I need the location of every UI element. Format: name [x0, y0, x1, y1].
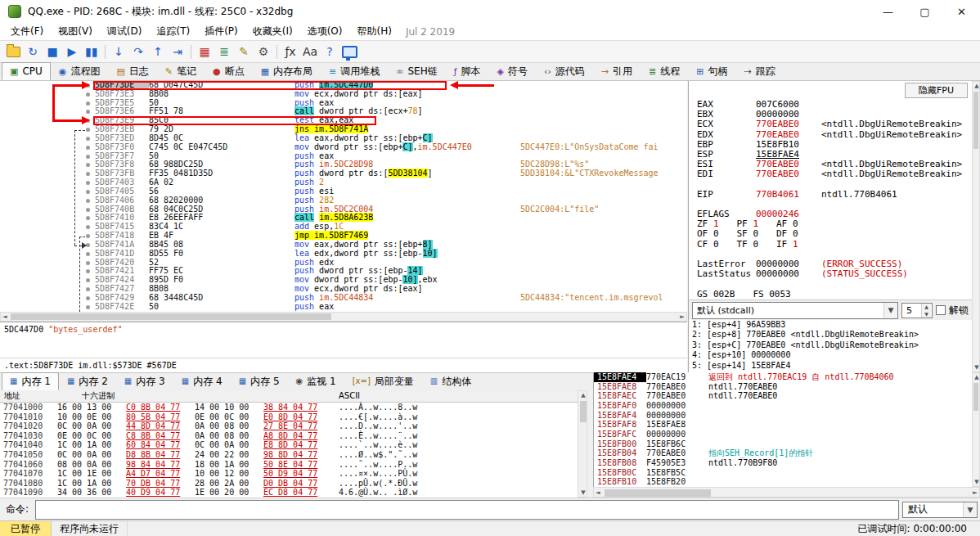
register-row[interactable]: EDI770EABE0<ntdll.DbgUiRemoteBreakin> — [689, 169, 972, 179]
breakpoint-dot-icon[interactable] — [86, 101, 90, 106]
help-icon[interactable]: ? — [320, 43, 339, 61]
stack-row[interactable]: 15E8FAF000000000 — [594, 401, 972, 411]
stack-row[interactable]: 15E8FB1015E8FB20 — [594, 477, 972, 487]
stack-row[interactable]: 15E8FB08F45905E3ntdll.770B9F80 — [594, 458, 972, 468]
tab-跟踪[interactable]: ⇢跟踪 — [736, 62, 784, 80]
register-row[interactable]: ECX770EABE0<ntdll.DbgUiRemoteBreakin> — [689, 119, 972, 129]
stack-row[interactable]: 15E8FB0015E8FB6C — [594, 439, 972, 449]
tab-符号[interactable]: ◈符号 — [489, 62, 536, 80]
patches-icon[interactable]: ▦ — [195, 43, 214, 61]
dump-row[interactable]: 770410300E 00 0C 00C8 8B 04 770A 00 08 0… — [0, 431, 578, 441]
menu-item[interactable]: 插件(P) — [197, 25, 245, 38]
fx-icon[interactable]: ƒx — [281, 43, 300, 61]
breakpoint-dot-icon[interactable] — [86, 216, 90, 220]
breakpoint-dot-icon[interactable] — [86, 110, 90, 114]
disasm-row[interactable]: 5D8F742E50push eax — [0, 303, 687, 312]
stack-pane[interactable]: 15E8FAE4770EAC19返回到 ntdll.770EAC19 自 ntd… — [593, 372, 972, 487]
dump-row[interactable]: 770410500C 00 0A 00D8 8B 04 7724 00 22 0… — [0, 450, 578, 460]
step-out-icon[interactable]: ↑ — [148, 43, 168, 61]
stack-horizontal-scrollbar[interactable]: ◄ ► — [593, 487, 980, 498]
breakpoint-dot-icon[interactable] — [86, 208, 90, 212]
breakpoint-dot-icon[interactable] — [86, 172, 90, 176]
register-row[interactable]: GS 002BFS 0053 — [689, 290, 972, 300]
dump-row[interactable]: 7704101010 00 0E 0080 5B 04 770E 00 0C 0… — [0, 412, 578, 422]
restart-icon[interactable]: ↻ — [23, 43, 43, 61]
menu-item[interactable]: 视图(V) — [51, 25, 100, 38]
command-mode-select[interactable]: 默认 ▼ — [902, 502, 978, 518]
register-row[interactable]: EIP770B4061ntdll.770B4061 — [689, 190, 972, 200]
dump-row[interactable]: 7704100016 00 13 00C0 8B 04 7714 00 10 0… — [0, 403, 578, 412]
tab-内存 3[interactable]: ▦内存 3 — [116, 372, 173, 390]
breakpoint-dot-icon[interactable] — [86, 199, 90, 203]
tab-调用堆栈[interactable]: ≡调用堆栈 — [321, 62, 388, 80]
stack-row[interactable]: 15E8FAEC770EABE0ntdll.770EABE0 — [594, 391, 972, 401]
tab-CPU[interactable]: ▣CPU — [2, 62, 51, 80]
menu-item[interactable]: 帮助(H) — [349, 25, 398, 38]
notes-icon[interactable]: ✎ — [234, 43, 254, 61]
breakpoint-dot-icon[interactable] — [86, 234, 90, 238]
dump-vertical-scrollbar[interactable]: ▲ ▼ — [578, 390, 587, 498]
tab-局部变量[interactable]: [x=]局部变量 — [344, 372, 422, 390]
hide-fpu-button[interactable]: 隐藏FPU — [905, 83, 968, 98]
breakpoint-dot-icon[interactable] — [86, 181, 90, 185]
stack-row[interactable]: 15E8FB04770EABE0指向SEH_Record[1]的指针 — [594, 448, 972, 458]
maximize-button[interactable]: ▢ — [906, 0, 943, 23]
argument-row[interactable]: 1: [esp+4] 96A59BB3 — [689, 320, 972, 330]
tab-内存 4[interactable]: ▦内存 4 — [173, 372, 231, 390]
tab-监视 1[interactable]: ◉监视 1 — [288, 372, 344, 390]
dump-row[interactable]: 770410200C 00 0A 0044 8D 04 770A 00 08 0… — [0, 421, 578, 431]
run-to-cursor-icon[interactable]: ⇥ — [168, 43, 187, 61]
calling-convention-select[interactable]: 默认 (stdcall) ▼ — [692, 302, 898, 319]
minimize-button[interactable]: — — [870, 0, 906, 23]
tab-内存 1[interactable]: ▦内存 1 — [2, 372, 59, 390]
dump-row[interactable]: 770410401C 00 1A 0060 84 04 770C 00 0A 0… — [0, 440, 578, 450]
tab-内存 2[interactable]: ▦内存 2 — [59, 372, 116, 390]
font-icon[interactable]: Aa — [300, 43, 320, 61]
stack-row[interactable]: 15E8FB0C15E8FB5C — [594, 468, 972, 478]
tab-流程图[interactable]: ◉流程图 — [51, 62, 109, 80]
command-input[interactable] — [35, 500, 899, 520]
register-row[interactable] — [689, 200, 972, 209]
dump-row[interactable]: 7704109034 00 36 0040 D9 04 771E 00 20 0… — [0, 488, 578, 498]
breakpoint-dot-icon[interactable] — [86, 128, 90, 132]
memory-dump-pane[interactable]: 地址 十六进制 ASCII 7704100016 00 13 00C0 8B 0… — [0, 390, 578, 498]
argument-row[interactable]: 5: [esp+14] 15E8FAE4 — [689, 361, 972, 371]
tab-日志[interactable]: ▤日志 — [108, 62, 156, 80]
menu-item[interactable]: 调试(D) — [100, 25, 150, 38]
breakpoint-dot-icon[interactable] — [86, 137, 90, 141]
tab-句柄[interactable]: ⊞句柄 — [688, 62, 735, 80]
stack-row[interactable]: 15E8FAF400000000 — [594, 411, 972, 421]
breakpoint-dot-icon[interactable] — [86, 269, 90, 273]
tab-内存布局[interactable]: ▦内存布局 — [253, 62, 321, 80]
stack-vertical-scrollbar[interactable]: ▲ ▼ — [972, 372, 980, 487]
stepper-arrows-icon[interactable]: ▲▼ — [921, 304, 931, 318]
breakpoint-dot-icon[interactable] — [86, 92, 90, 97]
register-row[interactable]: OF 0SF 0DF 0 — [689, 229, 972, 239]
register-row[interactable] — [689, 180, 972, 190]
tab-源代码[interactable]: ‹›源代码 — [536, 62, 593, 80]
disasm-row[interactable]: 5D8F73F0C745 0C E047C45Dmov dword ptr ss… — [0, 143, 687, 152]
registers-vertical-scrollbar[interactable]: ▲ ▼ — [972, 81, 980, 372]
close-button[interactable]: ✕ — [943, 0, 980, 23]
tab-内存 5[interactable]: ▦内存 5 — [231, 372, 288, 390]
step-over-icon[interactable]: ↷ — [128, 43, 148, 61]
register-row[interactable]: EAX007C6000 — [689, 100, 972, 110]
disassembly-pane[interactable]: 5D8F73DE68 D047C45Dpush im.5DC447D05D8F7… — [0, 81, 687, 312]
tab-结构体[interactable]: ▥结构体 — [422, 372, 479, 390]
breakpoint-dot-icon[interactable] — [86, 278, 90, 282]
tab-脚本[interactable]: ƒ脚本 — [446, 62, 489, 80]
stack-row[interactable]: 15E8FAFC00000000 — [594, 430, 972, 439]
breakpoint-dot-icon[interactable] — [86, 296, 90, 300]
argument-row[interactable]: 4: [esp+10] 00000000 — [689, 350, 972, 360]
register-row[interactable]: EBP15E8FB10 — [689, 140, 972, 150]
argument-row[interactable]: 2: [esp+8] 770EABE0 <ntdll.DbgUiRemoteBr… — [689, 330, 972, 340]
dump-row[interactable]: 770410701C 00 1E 00A4 D7 04 7710 00 12 0… — [0, 469, 578, 479]
register-row[interactable]: LastStatus00000000(STATUS_SUCCESS) — [689, 269, 972, 279]
dump-row[interactable]: 770410801C 00 1A 0070 DB 04 7728 00 2A 0… — [0, 479, 578, 489]
run-icon[interactable]: ▶ — [62, 43, 82, 61]
menu-item[interactable]: 收藏夹(I) — [245, 25, 300, 38]
breakpoint-dot-icon[interactable] — [86, 305, 90, 309]
menu-item[interactable]: 文件(F) — [3, 25, 51, 38]
breakpoint-dot-icon[interactable] — [86, 261, 90, 265]
unlock-checkbox[interactable]: 解锁 — [936, 304, 969, 318]
